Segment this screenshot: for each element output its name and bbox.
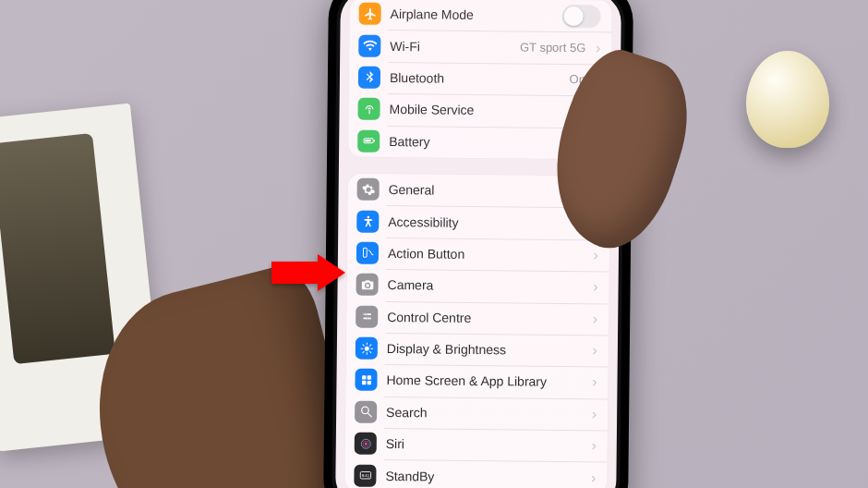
settings-app: Airplane Mode Wi-Fi GT sport 5G ›	[335, 0, 621, 488]
svg-line-16	[362, 351, 363, 352]
search-label: Search	[386, 405, 587, 421]
search-icon	[355, 400, 377, 422]
airplane-mode-row[interactable]: Airplane Mode	[349, 0, 611, 32]
control-centre-row[interactable]: Control Centre ›	[346, 300, 609, 335]
camera-row[interactable]: Camera ›	[346, 269, 609, 303]
airplane-toggle[interactable]	[562, 5, 601, 28]
chevron-right-icon: ›	[591, 40, 600, 56]
control-centre-icon	[356, 305, 378, 327]
battery-icon	[357, 129, 380, 152]
svg-point-22	[361, 408, 368, 415]
chevron-right-icon: ›	[588, 342, 597, 359]
display-label: Display & Brightness	[387, 341, 588, 358]
search-row[interactable]: Search ›	[345, 396, 608, 430]
svg-line-14	[362, 344, 363, 345]
phone-screen: Airplane Mode Wi-Fi GT sport 5G ›	[335, 0, 621, 488]
display-row[interactable]: Display & Brightness ›	[346, 332, 609, 366]
siri-label: Siri	[386, 436, 587, 453]
gear-icon	[357, 178, 380, 201]
bluetooth-label: Bluetooth	[390, 70, 570, 87]
standby-row[interactable]: 9:41 StandBy ›	[344, 459, 607, 488]
chevron-right-icon: ›	[588, 311, 597, 327]
standby-label: StandBy	[385, 469, 586, 485]
svg-point-3	[367, 216, 369, 219]
antenna-icon	[357, 98, 380, 120]
home-screen-label: Home Screen & App Library	[386, 372, 587, 389]
svg-line-17	[369, 344, 370, 345]
accessibility-icon	[356, 210, 379, 232]
phone-bezel: Airplane Mode Wi-Fi GT sport 5G ›	[332, 0, 625, 488]
chevron-right-icon: ›	[586, 470, 596, 486]
svg-rect-19	[367, 375, 370, 379]
svg-rect-2	[365, 140, 370, 142]
svg-point-8	[368, 317, 370, 320]
siri-icon	[355, 433, 377, 455]
wifi-value: GT sport 5G	[520, 41, 585, 55]
airplane-icon	[359, 3, 381, 25]
chevron-right-icon: ›	[587, 374, 597, 391]
brightness-icon	[356, 337, 378, 360]
red-arrow-annotation	[271, 254, 345, 291]
bluetooth-icon	[358, 67, 380, 89]
svg-line-23	[368, 414, 371, 418]
chevron-right-icon: ›	[589, 247, 598, 263]
svg-point-26	[364, 442, 367, 445]
decorative-object	[746, 51, 829, 148]
camera-label: Camera	[388, 277, 589, 294]
wifi-row[interactable]: Wi-Fi GT sport 5G ›	[349, 30, 611, 64]
bluetooth-row[interactable]: Bluetooth On ›	[349, 61, 611, 95]
accessibility-label: Accessibility	[388, 214, 589, 231]
control-centre-label: Control Centre	[387, 310, 588, 326]
home-screen-row[interactable]: Home Screen & App Library ›	[345, 364, 608, 398]
airplane-label: Airplane Mode	[391, 6, 562, 23]
scene: Airplane Mode Wi-Fi GT sport 5G ›	[0, 0, 868, 488]
action-button-row[interactable]: Action Button ›	[347, 237, 609, 271]
wifi-icon	[358, 34, 380, 56]
wifi-label: Wi-Fi	[390, 39, 520, 55]
mobile-label: Mobile Service	[390, 102, 591, 118]
svg-rect-1	[373, 140, 374, 142]
camera-icon	[356, 274, 378, 296]
action-button-icon	[356, 242, 379, 264]
svg-point-9	[364, 346, 368, 350]
svg-point-7	[364, 313, 367, 316]
svg-rect-21	[367, 381, 370, 384]
action-button-label: Action Button	[388, 246, 589, 262]
siri-row[interactable]: Siri ›	[345, 428, 608, 462]
chevron-right-icon: ›	[588, 279, 597, 296]
svg-rect-4	[363, 249, 367, 258]
svg-line-15	[369, 351, 370, 352]
svg-rect-20	[361, 381, 365, 384]
chevron-right-icon: ›	[587, 406, 597, 422]
chevron-right-icon: ›	[587, 438, 597, 455]
svg-text:9:41: 9:41	[361, 473, 369, 478]
standby-icon: 9:41	[354, 464, 376, 486]
svg-rect-18	[362, 375, 366, 379]
home-screen-icon	[355, 369, 377, 391]
